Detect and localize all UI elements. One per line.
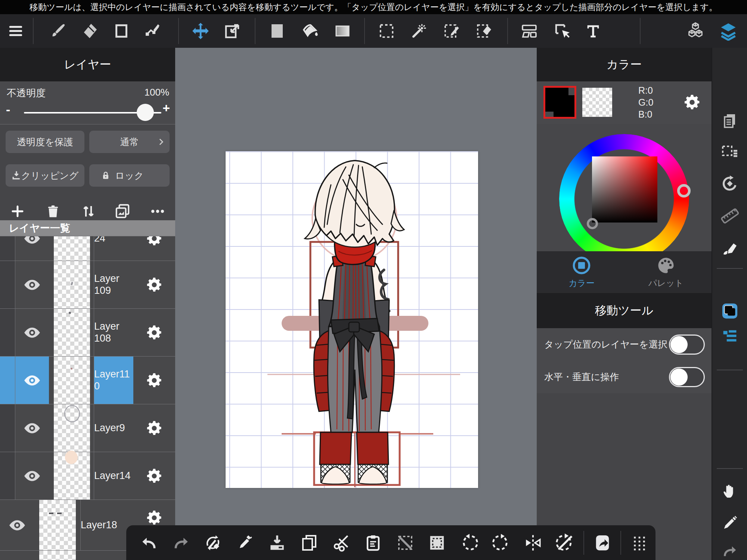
opacity-increase-button[interactable]: + [162, 101, 170, 115]
layer-thumbnail[interactable] [49, 452, 94, 500]
lock-button[interactable]: ロック [89, 164, 170, 187]
horizontal-vertical-toggle[interactable] [669, 367, 705, 387]
transparent-color-swatch[interactable] [582, 88, 612, 117]
rotate-cw-button[interactable] [492, 533, 511, 553]
select-pen-tool-button[interactable] [442, 21, 462, 41]
saturation-value-square[interactable] [592, 156, 657, 223]
foreground-color-button[interactable] [267, 21, 287, 41]
move-tool-button-active[interactable] [191, 21, 210, 41]
sidebar-redo-button[interactable] [720, 541, 740, 560]
layer-visibility-toggle[interactable] [15, 452, 49, 500]
duplicate-layer-button[interactable] [113, 202, 132, 221]
layer-row[interactable]: Layer 108 [0, 308, 175, 356]
control-pen-tool-button[interactable] [143, 21, 163, 41]
palette-icon [656, 256, 676, 275]
layer-more-options-button[interactable] [148, 202, 167, 221]
cut-button[interactable] [331, 533, 351, 553]
rotate-ccw-button[interactable] [459, 533, 479, 553]
layer-row[interactable]: Layer9 [0, 404, 175, 452]
add-layer-button[interactable] [8, 202, 27, 221]
current-color-swatch-selected[interactable] [543, 86, 576, 119]
flip-horizontal-button[interactable] [523, 533, 543, 553]
layer-settings-button[interactable] [133, 404, 175, 452]
magic-wand-tool-button[interactable] [409, 21, 429, 41]
layer-visibility-toggle[interactable] [15, 357, 49, 404]
layer-visibility-toggle[interactable] [15, 261, 49, 308]
layer-settings-button[interactable] [133, 309, 175, 356]
select-menu-button[interactable] [720, 142, 740, 161]
current-color-chip[interactable] [720, 301, 740, 321]
transform-tool-button[interactable] [223, 21, 242, 41]
reset-rotation-button[interactable] [555, 533, 575, 553]
layer-settings-button[interactable] [133, 357, 175, 404]
layer-thumbnail[interactable] [49, 404, 94, 452]
layer-thumbnail[interactable] [34, 500, 80, 550]
opacity-slider-knob[interactable] [137, 104, 154, 121]
protect-alpha-button[interactable]: 透明度を保護 [6, 131, 84, 153]
layer-thumbnail[interactable] [49, 236, 94, 261]
toggle-label: タップ位置のレイヤーを選択 [537, 338, 669, 351]
reorder-layers-button[interactable] [79, 202, 98, 221]
layer-settings-button[interactable] [133, 236, 175, 261]
layer-row[interactable]: Layer 109 [0, 261, 175, 308]
brush-icon [49, 22, 67, 40]
undo-button[interactable] [139, 533, 159, 553]
pages-button[interactable] [720, 111, 740, 131]
redo-button[interactable] [171, 533, 191, 553]
transform-rotate-button[interactable] [203, 533, 223, 553]
layer-visibility-toggle[interactable] [15, 404, 49, 452]
layer-visibility-toggle[interactable] [15, 236, 49, 261]
eraser-tool-button[interactable] [80, 21, 99, 41]
share-button[interactable] [593, 533, 612, 553]
layer-name: Layer14 [94, 452, 133, 500]
fill-bucket-tool-button[interactable] [300, 21, 320, 41]
layer-settings-button[interactable] [133, 261, 175, 308]
layer-visibility-toggle[interactable] [15, 309, 49, 356]
shortcut-grid-button[interactable] [630, 533, 649, 553]
hand-pan-button[interactable] [720, 480, 740, 500]
rotate-canvas-button[interactable] [720, 174, 740, 193]
save-button[interactable] [267, 533, 287, 553]
layers-panel-button[interactable] [719, 21, 738, 41]
layer-list-shortcut-button[interactable] [720, 327, 740, 346]
hue-ring-selector[interactable] [677, 184, 691, 197]
pen-mode-button[interactable] [720, 513, 740, 533]
clipping-button[interactable]: クリッピング [6, 164, 84, 187]
tab-palette[interactable]: パレット [629, 251, 703, 293]
delete-layer-button[interactable] [43, 202, 63, 221]
select-tool-button[interactable] [377, 21, 396, 41]
drawing-canvas[interactable] [226, 151, 478, 488]
layer-row-selected[interactable]: Layer110 [0, 356, 175, 404]
frame-divide-tool-button[interactable] [520, 21, 539, 41]
layer-row-partial[interactable]: 24 [0, 236, 175, 261]
object-select-tool-button[interactable] [552, 21, 572, 41]
layer-visibility-toggle[interactable] [0, 500, 34, 550]
paste-button[interactable] [363, 533, 383, 553]
shape-tool-button[interactable] [112, 21, 131, 41]
opacity-decrease-button[interactable]: - [6, 102, 10, 117]
duplicate-button[interactable] [300, 533, 319, 553]
select-eraser-tool-button[interactable] [475, 21, 494, 41]
material-pen-button[interactable] [720, 239, 740, 258]
text-tool-button[interactable] [583, 21, 603, 41]
layer-settings-button[interactable] [133, 452, 175, 500]
gradient-tool-button[interactable] [333, 21, 352, 41]
color-settings-button[interactable] [683, 93, 701, 111]
eyedropper-button[interactable] [235, 533, 255, 553]
layer-row[interactable]: Layer14 [0, 452, 175, 500]
ruler-button[interactable] [720, 206, 740, 225]
tab-color[interactable]: カラー [544, 251, 619, 293]
brush-tool-button[interactable] [48, 21, 68, 41]
toolbar-divider [255, 18, 255, 44]
select-layer-at-tap-toggle[interactable] [669, 335, 705, 355]
materials-button[interactable] [686, 21, 705, 41]
layer-thumbnail[interactable] [49, 309, 94, 356]
deselect-button[interactable] [396, 533, 415, 553]
layer-thumbnail[interactable] [49, 357, 94, 404]
menu-button[interactable] [6, 21, 25, 41]
select-all-button[interactable] [427, 533, 447, 553]
saturation-value-selector[interactable] [587, 218, 598, 229]
layer-thumbnail[interactable] [49, 261, 94, 308]
toolbar-divider [507, 18, 508, 44]
blend-mode-button[interactable]: 通常 [89, 131, 170, 153]
